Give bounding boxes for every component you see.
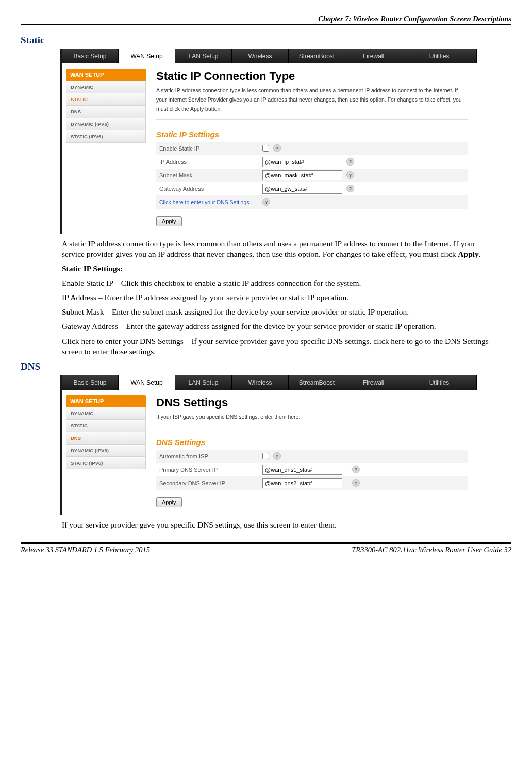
router-tab-bar: Basic Setup WAN Setup LAN Setup Wireless… [62, 49, 477, 63]
static-paragraph-intro: A static IP address connection type is l… [62, 239, 491, 259]
checkbox-automatic-from-isp[interactable] [262, 453, 269, 459]
page-footer: Release 33 STANDARD 1.5 February 2015 TR… [21, 542, 511, 554]
panel-subheading: Static IP Settings [156, 130, 468, 139]
router-sidebar: WAN SETUP DYNAMIC STATIC DNS DYNAMIC (IP… [62, 390, 146, 515]
static-paragraph-subnet: Subnet Mask – Enter the subnet mask assi… [62, 307, 491, 317]
sidebar-header: WAN SETUP [66, 69, 146, 81]
input-ip-address[interactable] [262, 157, 342, 167]
label-enable-static-ip: Enable Static IP [156, 145, 262, 152]
tab-wireless[interactable]: Wireless [232, 49, 289, 63]
static-paragraph-dns-link: Click here to enter your DNS Settings – … [62, 336, 491, 357]
static-paragraph-enable: Enable Static IP – Click this checkbox t… [62, 278, 491, 288]
input-gateway-address[interactable] [262, 184, 342, 194]
help-icon[interactable]: ? [346, 158, 354, 166]
tab-basic-setup[interactable]: Basic Setup [62, 375, 119, 390]
router-sidebar: WAN SETUP DYNAMIC STATIC DNS DYNAMIC (IP… [62, 63, 146, 234]
input-subnet-mask[interactable] [262, 170, 342, 180]
input-secondary-dns[interactable] [262, 478, 342, 488]
sidebar-item-static-ipv6[interactable]: STATIC (IPV6) [66, 457, 146, 469]
tab-basic-setup[interactable]: Basic Setup [62, 49, 119, 63]
help-icon[interactable]: ? [346, 185, 354, 192]
router-screenshot-static: Basic Setup WAN Setup LAN Setup Wireless… [62, 49, 477, 234]
label-subnet-mask: Subnet Mask [156, 172, 262, 178]
apply-button[interactable]: Apply [156, 216, 182, 226]
help-icon[interactable]: ? [273, 144, 281, 152]
section-heading-static: Static [21, 35, 511, 46]
sidebar-item-static-ipv6[interactable]: STATIC (IPV6) [66, 130, 146, 143]
footer-left: Release 33 STANDARD 1.5 February 2015 [21, 546, 150, 554]
tab-wireless[interactable]: Wireless [232, 375, 289, 390]
sidebar-item-dynamic-ipv6[interactable]: DYNAMIC (IPV6) [66, 445, 146, 457]
tab-firewall[interactable]: Firewall [345, 49, 402, 63]
label-primary-dns: Primary DNS Server IP [156, 467, 262, 473]
router-tab-bar: Basic Setup WAN Setup LAN Setup Wireless… [62, 375, 477, 390]
help-icon[interactable]: ? [346, 171, 354, 179]
static-paragraph-gateway: Gateway Address – Enter the gateway addr… [62, 321, 491, 332]
sidebar-item-dns[interactable]: DNS [66, 432, 146, 445]
sidebar-item-dynamic[interactable]: DYNAMIC [66, 81, 146, 93]
static-ip-settings-heading: Static IP Settings: [62, 264, 491, 274]
tab-utilities[interactable]: Utilities [402, 49, 477, 63]
sidebar-item-static[interactable]: STATIC [66, 93, 146, 106]
sidebar-item-dynamic[interactable]: DYNAMIC [66, 407, 146, 420]
sidebar-item-static[interactable]: STATIC [66, 420, 146, 432]
static-paragraph-ip: IP Address – Enter the IP address assign… [62, 292, 491, 303]
dns-paragraph: If your service provider gave you specif… [62, 520, 491, 530]
panel-title: DNS Settings [156, 396, 468, 409]
tab-lan-setup[interactable]: LAN Setup [175, 375, 232, 390]
label-gateway-address: Gateway Address [156, 186, 262, 192]
footer-right: TR3300-AC 802.11ac Wireless Router User … [352, 546, 511, 554]
label-ip-address: IP Address [156, 159, 262, 165]
panel-title: Static IP Connection Type [156, 70, 468, 83]
help-icon[interactable]: ? [352, 466, 360, 473]
help-icon[interactable]: ? [262, 198, 270, 206]
label-secondary-dns: Secondary DNS Server IP [156, 480, 262, 486]
apply-button[interactable]: Apply [156, 497, 182, 507]
tab-wan-setup[interactable]: WAN Setup [119, 49, 175, 63]
tab-lan-setup[interactable]: LAN Setup [175, 49, 232, 63]
link-dns-settings[interactable]: Click here to enter your DNS Settings [159, 199, 250, 205]
section-heading-dns: DNS [21, 361, 511, 372]
panel-subheading: DNS Settings [156, 438, 468, 447]
page-header: Chapter 7: Wireless Router Configuration… [21, 14, 511, 25]
label-automatic-from-isp: Automatic from ISP [156, 453, 262, 459]
router-screenshot-dns: Basic Setup WAN Setup LAN Setup Wireless… [62, 375, 477, 515]
panel-intro: A static IP address connection type is l… [156, 86, 468, 120]
help-icon[interactable]: ? [273, 452, 281, 460]
tab-utilities[interactable]: Utilities [402, 375, 477, 390]
sidebar-header: WAN SETUP [66, 395, 146, 407]
sidebar-item-dns[interactable]: DNS [66, 106, 146, 118]
tab-streamboost[interactable]: StreamBoost [289, 375, 345, 390]
tab-firewall[interactable]: Firewall [345, 375, 402, 390]
checkbox-enable-static-ip[interactable] [262, 145, 269, 152]
input-primary-dns[interactable] [262, 465, 342, 475]
panel-intro: If your ISP gave you specific DNS settin… [156, 413, 468, 427]
help-icon[interactable]: ? [352, 479, 360, 487]
sidebar-item-dynamic-ipv6[interactable]: DYNAMIC (IPV6) [66, 118, 146, 130]
tab-streamboost[interactable]: StreamBoost [289, 49, 345, 63]
tab-wan-setup[interactable]: WAN Setup [119, 375, 175, 390]
